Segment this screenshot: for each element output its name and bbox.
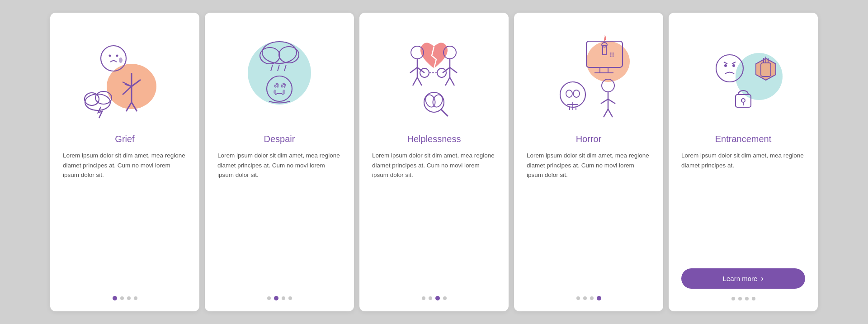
svg-line-43 [441,110,448,116]
dot-3 [745,297,749,300]
despair-title: Despair [264,134,295,144]
svg-text:@: @ [281,82,286,89]
card-grief: Grief Lorem ipsum dolor sit dim amet, me… [50,13,199,311]
svg-line-31 [413,77,417,86]
svg-line-32 [417,77,422,86]
svg-point-54 [566,90,572,97]
despair-illustration: @ @ [230,25,329,125]
learn-more-button[interactable]: Learn more [681,268,805,289]
svg-point-70 [724,64,727,67]
despair-dots [267,296,292,300]
svg-point-11 [116,55,118,57]
svg-line-73 [732,62,736,64]
despair-body: Lorem ipsum dolor sit dim amet, mea regi… [217,151,341,288]
horror-title: Horror [576,134,602,144]
helplessness-dots [422,296,447,300]
dot-1 [267,296,271,300]
dot-1 [576,296,580,300]
svg-line-65 [604,109,608,117]
dot-3 [435,296,440,300]
svg-point-71 [732,64,735,67]
svg-text:@: @ [274,82,279,89]
svg-point-12 [119,57,123,63]
svg-point-9 [101,46,126,71]
horror-illustration: !! [539,25,638,125]
svg-point-46 [586,41,630,82]
entrancement-dots [731,297,755,300]
svg-line-40 [445,77,450,86]
dot-3 [590,296,594,300]
grief-dots [113,296,137,300]
helplessness-illustration [384,25,484,125]
cards-container: Grief Lorem ipsum dolor sit dim amet, me… [36,2,832,322]
svg-line-66 [608,109,613,117]
entrancement-illustration [693,25,793,125]
svg-line-41 [450,77,454,86]
dot-4 [597,296,601,300]
grief-illustration [75,25,175,125]
svg-point-10 [109,55,111,57]
grief-body: Lorem ipsum dolor sit dim amet, mea regi… [63,151,187,288]
svg-line-29 [410,67,417,73]
svg-point-25 [274,90,276,94]
horror-body: Lorem ipsum dolor sit dim amet, mea regi… [527,151,651,288]
svg-line-64 [608,99,615,104]
dot-1 [731,297,735,300]
dot-1 [422,296,425,300]
dot-2 [274,296,278,300]
svg-point-35 [437,68,446,77]
svg-line-63 [601,99,608,104]
dot-4 [752,297,755,300]
svg-point-26 [283,90,285,94]
dot-2 [429,296,432,300]
helplessness-body: Lorem ipsum dolor sit dim amet, mea regi… [372,151,496,288]
dot-2 [738,297,742,300]
entrancement-title: Entrancement [715,134,772,144]
dot-4 [443,296,447,300]
helplessness-title: Helplessness [407,134,461,144]
svg-point-55 [573,90,580,97]
card-horror: !! Horror Lorem ipsum dolor [514,13,663,311]
entrancement-body: Lorem ipsum dolor sit dim amet, mea regi… [681,151,805,262]
dot-2 [120,296,124,300]
dot-2 [583,296,587,300]
grief-title: Grief [115,134,134,144]
svg-line-72 [724,62,727,64]
dot-1 [113,296,117,300]
dot-4 [288,296,292,300]
card-entrancement: Entrancement Lorem ipsum dolor sit dim a… [669,13,818,311]
svg-point-80 [741,99,745,102]
dot-3 [127,296,131,300]
svg-point-15 [248,41,311,105]
svg-line-39 [450,67,457,73]
card-helplessness: Helplessness Lorem ipsum dolor sit dim a… [359,13,509,311]
svg-point-3 [95,91,112,104]
horror-dots [576,296,601,300]
svg-text:!!: !! [610,51,614,58]
card-despair: @ @ Despair Lorem ipsum dolor sit dim am… [205,13,354,311]
dot-4 [134,296,137,300]
dot-3 [282,296,285,300]
